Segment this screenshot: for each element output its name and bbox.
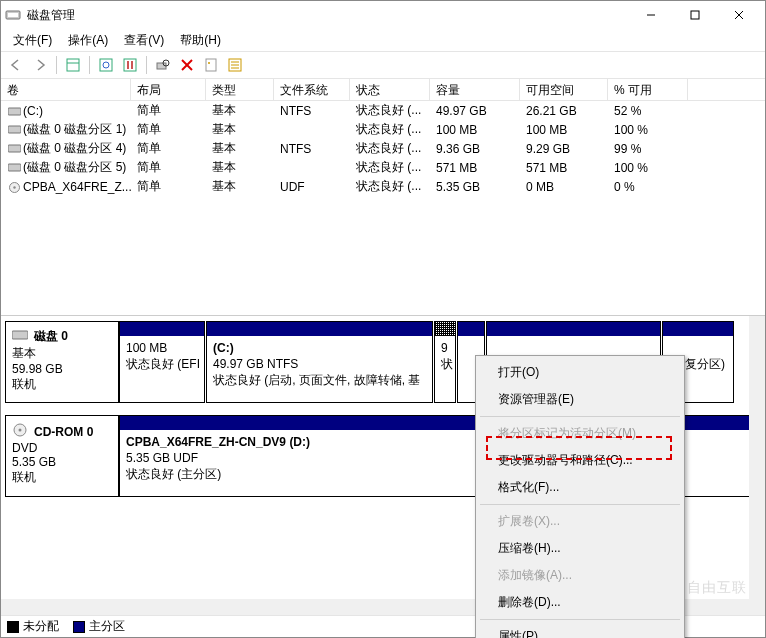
disk0-partition-2[interactable]: 9状 xyxy=(434,321,456,403)
ctx-add-mirror: 添加镜像(A)... xyxy=(478,562,682,589)
col-pct[interactable]: % 可用 xyxy=(608,79,688,100)
titlebar: 磁盘管理 xyxy=(1,1,765,29)
volume-icon xyxy=(7,162,21,174)
forward-button[interactable] xyxy=(29,54,51,76)
svg-rect-26 xyxy=(8,164,21,171)
svg-rect-8 xyxy=(100,59,112,71)
svg-rect-24 xyxy=(8,126,21,133)
col-fs[interactable]: 文件系统 xyxy=(274,79,350,100)
toolbar xyxy=(1,51,765,79)
table-header: 卷 布局 类型 文件系统 状态 容量 可用空间 % 可用 xyxy=(1,79,765,101)
properties-button[interactable] xyxy=(200,54,222,76)
ctx-mark-active: 将分区标记为活动分区(M) xyxy=(478,420,682,447)
close-button[interactable] xyxy=(717,1,761,29)
delete-button[interactable] xyxy=(176,54,198,76)
svg-point-18 xyxy=(208,62,210,64)
table-row[interactable]: (磁盘 0 磁盘分区 5)简单基本状态良好 (...571 MB571 MB10… xyxy=(1,158,765,177)
volume-icon xyxy=(7,181,21,193)
svg-point-31 xyxy=(19,429,22,432)
ctx-shrink[interactable]: 压缩卷(H)... xyxy=(478,535,682,562)
svg-rect-6 xyxy=(67,59,79,71)
svg-rect-23 xyxy=(8,108,21,115)
ctx-open[interactable]: 打开(O) xyxy=(478,359,682,386)
ctx-format[interactable]: 格式化(F)... xyxy=(478,474,682,501)
minimize-button[interactable] xyxy=(629,1,673,29)
table-row[interactable]: (磁盘 0 磁盘分区 4)简单基本NTFS状态良好 (...9.36 GB9.2… xyxy=(1,139,765,158)
view-top-button[interactable] xyxy=(62,54,84,76)
menu-view[interactable]: 查看(V) xyxy=(116,30,172,51)
volume-icon xyxy=(7,105,21,117)
menu-action[interactable]: 操作(A) xyxy=(60,30,116,51)
svg-point-9 xyxy=(103,62,109,68)
col-capacity[interactable]: 容量 xyxy=(430,79,520,100)
col-type[interactable]: 类型 xyxy=(206,79,274,100)
volume-icon xyxy=(7,143,21,155)
refresh-button[interactable] xyxy=(95,54,117,76)
disk-0-label[interactable]: 磁盘 0 基本 59.98 GB 联机 xyxy=(5,321,119,403)
svg-rect-25 xyxy=(8,145,21,152)
col-free[interactable]: 可用空间 xyxy=(520,79,608,100)
svg-rect-3 xyxy=(691,11,699,19)
svg-rect-1 xyxy=(8,13,18,17)
col-volume[interactable]: 卷 xyxy=(1,79,131,100)
legend-primary-swatch xyxy=(73,621,85,633)
window-title: 磁盘管理 xyxy=(27,7,629,24)
app-icon xyxy=(5,7,21,23)
menu-help[interactable]: 帮助(H) xyxy=(172,30,229,51)
menu-file[interactable]: 文件(F) xyxy=(5,30,60,51)
vertical-scrollbar[interactable] xyxy=(749,316,765,615)
disk0-partition-1[interactable]: (C:)49.97 GB NTFS状态良好 (启动, 页面文件, 故障转储, 基 xyxy=(206,321,433,403)
menubar: 文件(F) 操作(A) 查看(V) 帮助(H) xyxy=(1,29,765,51)
volume-list: 卷 布局 类型 文件系统 状态 容量 可用空间 % 可用 (C:)简单基本NTF… xyxy=(1,79,765,316)
svg-rect-29 xyxy=(12,331,28,339)
svg-rect-17 xyxy=(206,59,216,71)
volume-icon xyxy=(7,124,21,136)
col-status[interactable]: 状态 xyxy=(350,79,430,100)
rescan-button[interactable] xyxy=(152,54,174,76)
svg-rect-11 xyxy=(127,61,129,69)
table-row[interactable]: CPBA_X64FRE_Z...简单基本UDF状态良好 (...5.35 GB0… xyxy=(1,177,765,196)
disc-icon xyxy=(12,422,28,441)
legend-unallocated-swatch xyxy=(7,621,19,633)
svg-point-28 xyxy=(13,186,15,188)
table-row[interactable]: (C:)简单基本NTFS状态良好 (...49.97 GB26.21 GB52 … xyxy=(1,101,765,120)
cdrom-0-label[interactable]: CD-ROM 0 DVD 5.35 GB 联机 xyxy=(5,415,119,497)
context-menu: 打开(O) 资源管理器(E) 将分区标记为活动分区(M) 更改驱动器号和路径(C… xyxy=(475,355,685,638)
svg-rect-10 xyxy=(124,59,136,71)
ctx-delete-vol[interactable]: 删除卷(D)... xyxy=(478,589,682,616)
table-row[interactable]: (磁盘 0 磁盘分区 1)简单基本状态良好 (...100 MB100 MB10… xyxy=(1,120,765,139)
disk0-partition-0[interactable]: 100 MB状态良好 (EFI xyxy=(119,321,205,403)
ctx-extend: 扩展卷(X)... xyxy=(478,508,682,535)
ctx-change-letter[interactable]: 更改驱动器号和路径(C)... xyxy=(478,447,682,474)
watermark: 自由互联 xyxy=(687,579,747,597)
maximize-button[interactable] xyxy=(673,1,717,29)
svg-rect-12 xyxy=(131,61,133,69)
list-button[interactable] xyxy=(224,54,246,76)
ctx-explorer[interactable]: 资源管理器(E) xyxy=(478,386,682,413)
col-layout[interactable]: 布局 xyxy=(131,79,206,100)
ctx-properties[interactable]: 属性(P) xyxy=(478,623,682,638)
back-button[interactable] xyxy=(5,54,27,76)
disk-icon xyxy=(12,329,28,344)
settings-button[interactable] xyxy=(119,54,141,76)
